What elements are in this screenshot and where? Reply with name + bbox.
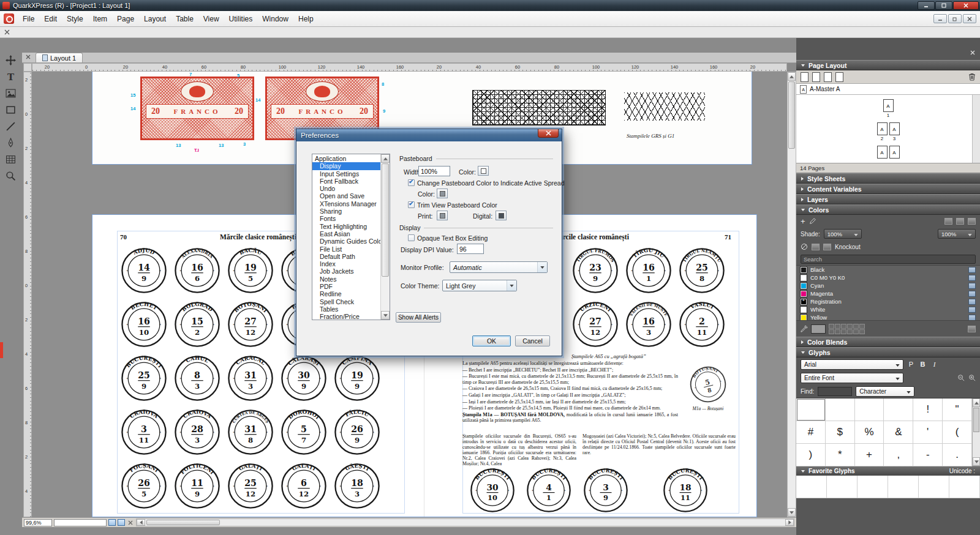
vertical-scrollbar[interactable] bbox=[787, 72, 796, 517]
menu-page[interactable]: Page bbox=[112, 13, 139, 25]
favorite-glyph-cell[interactable] bbox=[796, 476, 827, 498]
line-tool[interactable] bbox=[6, 121, 16, 132]
shade-select[interactable]: 100% bbox=[824, 229, 862, 239]
color-item-cyan[interactable]: Cyan bbox=[796, 282, 980, 290]
mini-swatch[interactable] bbox=[847, 324, 853, 329]
dialog-close-button[interactable] bbox=[538, 129, 559, 138]
palette-header-style-sheets[interactable]: Style Sheets bbox=[796, 173, 980, 184]
favorite-glyphs-header[interactable]: Favorite Glyphs Unicode : bbox=[796, 466, 980, 476]
pref-item-index[interactable]: Index bbox=[312, 260, 380, 268]
glyph-cell[interactable]: # bbox=[796, 421, 826, 444]
frame-color-mode-icon[interactable] bbox=[956, 218, 964, 225]
edit-color-button[interactable] bbox=[809, 217, 816, 225]
mini-swatch[interactable] bbox=[835, 329, 840, 334]
glyph-cell[interactable] bbox=[826, 398, 855, 421]
favorite-glyph-cell[interactable] bbox=[888, 476, 919, 498]
menu-style[interactable]: Style bbox=[62, 13, 88, 25]
favorite-glyph-cell[interactable] bbox=[919, 476, 949, 498]
style-bold-button[interactable]: B bbox=[919, 361, 927, 368]
horizontal-scrollbar[interactable] bbox=[136, 518, 794, 526]
mini-swatch[interactable] bbox=[841, 324, 846, 329]
scroll-up-button[interactable] bbox=[381, 154, 390, 163]
style-italic-button[interactable]: I bbox=[930, 361, 938, 368]
color-item-c0-m0-y0-k0[interactable]: C0 M0 Y0 K0 bbox=[796, 274, 980, 282]
trim-view-checkbox[interactable] bbox=[408, 201, 415, 208]
glyph-scrollbar[interactable] bbox=[972, 398, 980, 466]
color-theme-select[interactable]: Light Grey bbox=[442, 280, 517, 291]
scroll-up-button[interactable] bbox=[788, 72, 796, 81]
menu-utilities[interactable]: Utilities bbox=[224, 13, 258, 25]
zoom-in-icon[interactable] bbox=[968, 374, 976, 381]
page-thumb[interactable]: A bbox=[877, 146, 888, 163]
glyph-cell[interactable]: " bbox=[943, 398, 972, 421]
menu-table[interactable]: Table bbox=[171, 13, 198, 25]
palette-header-color-blends[interactable]: Color Blends bbox=[796, 337, 980, 347]
spread-view-icon[interactable] bbox=[118, 519, 125, 526]
knockout-mode-icon[interactable] bbox=[812, 244, 820, 250]
pref-category-application[interactable]: Application bbox=[312, 155, 380, 162]
pref-item-tables[interactable]: Tables bbox=[312, 305, 380, 313]
box-tool[interactable] bbox=[6, 105, 16, 115]
color-options-icon[interactable] bbox=[968, 326, 976, 332]
page-thumb[interactable]: A2 bbox=[877, 122, 888, 141]
color-search-input[interactable] bbox=[801, 255, 976, 264]
doc-close-button[interactable] bbox=[963, 14, 976, 23]
monitor-profile-select[interactable]: Automatic bbox=[450, 261, 548, 273]
pages-area[interactable]: A1A2A3AA bbox=[796, 95, 980, 163]
palette-header-content-variables[interactable]: Content Variables bbox=[796, 184, 980, 194]
mini-swatch[interactable] bbox=[853, 329, 859, 334]
pref-item-open-and-save[interactable]: Open and Save bbox=[312, 192, 380, 200]
palette-header-glyphs[interactable]: Glyphs bbox=[796, 347, 980, 357]
zoom-level-input[interactable] bbox=[24, 519, 52, 526]
change-pasteboard-color-checkbox[interactable] bbox=[408, 179, 415, 186]
pref-item-file-list[interactable]: File List bbox=[312, 245, 380, 253]
glyph-cell[interactable]: % bbox=[855, 421, 884, 444]
mini-swatch[interactable] bbox=[829, 329, 834, 334]
style-plain-button[interactable]: P bbox=[907, 361, 915, 368]
zoom-out-icon[interactable] bbox=[957, 374, 965, 381]
pref-item-display[interactable]: Display bbox=[312, 162, 380, 170]
page-thumb[interactable]: A bbox=[889, 146, 900, 163]
color-item-white[interactable]: White bbox=[796, 305, 980, 313]
close-tab-icon[interactable] bbox=[26, 54, 31, 62]
glyph-cell[interactable]: ' bbox=[913, 421, 943, 444]
master-page-icon[interactable] bbox=[812, 72, 820, 82]
find-mode-select[interactable]: Character bbox=[856, 386, 914, 397]
glyph-cell[interactable]: + bbox=[855, 444, 884, 466]
nav-scrollbar[interactable] bbox=[380, 154, 390, 320]
print-color-button[interactable] bbox=[437, 211, 448, 220]
pref-item-default-path[interactable]: Default Path bbox=[312, 253, 380, 260]
menu-edit[interactable]: Edit bbox=[39, 13, 62, 25]
linked-page-icon[interactable] bbox=[835, 72, 843, 82]
glyph-cell[interactable]: . bbox=[943, 444, 972, 466]
pasteboard-width-input[interactable] bbox=[418, 166, 450, 176]
mini-swatch[interactable] bbox=[853, 324, 859, 329]
ok-button[interactable]: OK bbox=[472, 335, 511, 346]
glyph-cell[interactable] bbox=[855, 398, 884, 421]
mini-swatch[interactable] bbox=[847, 329, 853, 334]
opacity-select[interactable]: 100% bbox=[938, 229, 976, 239]
mini-swatch[interactable] bbox=[829, 324, 834, 329]
cancel-button[interactable]: Cancel bbox=[515, 335, 550, 346]
scroll-down-button[interactable] bbox=[973, 457, 980, 466]
page-view-icon[interactable] bbox=[108, 519, 116, 526]
favorite-glyph-cell[interactable] bbox=[858, 476, 888, 498]
pasteboard-color-button[interactable] bbox=[478, 166, 489, 176]
digital-color-button[interactable] bbox=[496, 211, 507, 220]
glyph-cell[interactable]: - bbox=[913, 444, 943, 466]
glyph-cell[interactable]: ! bbox=[913, 398, 943, 421]
glyph-cell[interactable]: ) bbox=[796, 444, 826, 466]
menu-layout[interactable]: Layout bbox=[139, 13, 171, 25]
menu-item[interactable]: Item bbox=[88, 13, 112, 25]
add-color-button[interactable]: + bbox=[801, 217, 805, 225]
pref-item-undo[interactable]: Undo bbox=[312, 185, 380, 192]
glyph-find-input[interactable] bbox=[818, 387, 852, 396]
pen-tool[interactable] bbox=[6, 138, 16, 148]
favorite-glyph-cell[interactable] bbox=[949, 476, 980, 498]
pref-item-spell-check[interactable]: Spell Check bbox=[312, 298, 380, 305]
page-thumb[interactable]: A1 bbox=[883, 99, 894, 118]
close-splitter-icon[interactable] bbox=[4, 28, 10, 37]
mini-swatch[interactable] bbox=[859, 329, 865, 334]
opaque-text-box-checkbox[interactable] bbox=[408, 234, 415, 241]
zoom-tool[interactable] bbox=[6, 171, 16, 181]
